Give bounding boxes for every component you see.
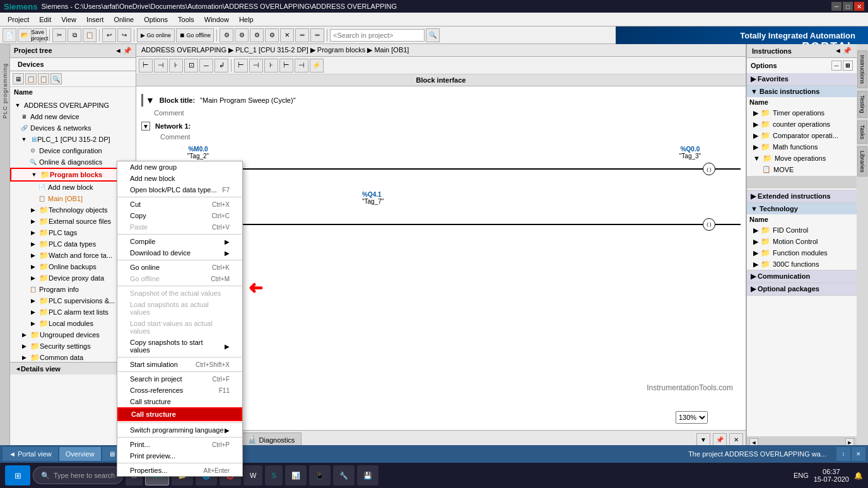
tb-icon6[interactable]: ═ bbox=[295, 28, 309, 42]
tab-instructions[interactable]: Instructions bbox=[857, 50, 867, 88]
overview-btn[interactable]: Overview bbox=[59, 447, 101, 461]
ctx-start-simulation[interactable]: Start simulationCtrl+Shift+X bbox=[117, 359, 242, 370]
editor-tb11[interactable]: ⊣ bbox=[295, 59, 308, 73]
tb-icon2[interactable]: ⚙ bbox=[235, 28, 249, 42]
go-online-button[interactable]: ▶ Go online bbox=[137, 28, 175, 42]
close-button[interactable]: ✕ bbox=[854, 2, 864, 11]
tb-icon3[interactable]: ⚙ bbox=[250, 28, 264, 42]
paste-button[interactable]: 📋 bbox=[83, 28, 97, 42]
editor-tb7[interactable]: ⊢ bbox=[234, 59, 248, 73]
open-button[interactable]: 📂 bbox=[18, 28, 32, 42]
tree-pin-icon[interactable]: 📌 bbox=[123, 47, 132, 55]
tb-icon5[interactable]: ✕ bbox=[280, 28, 294, 42]
inst-extended-header[interactable]: ▶ Extended instructions bbox=[747, 190, 857, 202]
app4-task-btn[interactable]: 💾 bbox=[357, 465, 378, 485]
tree-item-plc1[interactable]: ▼🖥PLC_1 [CPU 315-2 DP] bbox=[10, 134, 136, 145]
menu-window[interactable]: Window bbox=[199, 15, 234, 25]
ctx-download[interactable]: Download to device▶ bbox=[117, 247, 242, 259]
plc-programming-tab[interactable]: PLC programming bbox=[0, 44, 10, 449]
editor-tb3[interactable]: ⊦ bbox=[169, 59, 183, 73]
inst-move-ops[interactable]: ▼📁 Move operations bbox=[747, 153, 857, 164]
tree-collapse-icon[interactable]: ◄ bbox=[115, 47, 122, 55]
ctx-add-group[interactable]: Add new group bbox=[117, 161, 242, 173]
search-button[interactable]: 🔍 bbox=[426, 28, 440, 42]
tree-item-devices-networks[interactable]: 🔗Devices & networks bbox=[10, 122, 136, 134]
tb-icon4[interactable]: ⚙ bbox=[265, 28, 279, 42]
minimize-button[interactable]: ─ bbox=[831, 2, 842, 11]
ctx-compile[interactable]: Compile▶ bbox=[117, 236, 242, 247]
network-collapse-btn[interactable]: ▼ bbox=[141, 122, 150, 131]
editor-tb10[interactable]: ⊢ bbox=[279, 59, 293, 73]
start-button[interactable]: ⊞ bbox=[5, 465, 30, 485]
redo-button[interactable]: ↪ bbox=[117, 28, 131, 42]
siemens2-task-btn[interactable]: S bbox=[265, 465, 282, 485]
editor-tb12[interactable]: ⚡ bbox=[310, 59, 324, 73]
maximize-button[interactable]: □ bbox=[843, 2, 853, 11]
save-button[interactable]: Save project bbox=[33, 28, 47, 42]
menu-tools[interactable]: Tools bbox=[173, 15, 199, 25]
app3-task-btn[interactable]: 🔧 bbox=[333, 465, 355, 485]
inst-pin-icon[interactable]: 📌 bbox=[843, 47, 852, 55]
inst-move-item[interactable]: 📋 MOVE bbox=[747, 164, 857, 175]
undo-button[interactable]: ↩ bbox=[102, 28, 116, 42]
ctx-cross-references[interactable]: Cross-referencesF11 bbox=[117, 385, 242, 396]
app2-task-btn[interactable]: 📱 bbox=[309, 465, 331, 485]
ctx-open-block[interactable]: Open block/PLC data type...F7 bbox=[117, 184, 242, 195]
editor-tb1[interactable]: ⊢ bbox=[139, 59, 153, 73]
app1-task-btn[interactable]: 📊 bbox=[285, 465, 307, 485]
word-task-btn[interactable]: W bbox=[243, 465, 262, 485]
tab-libraries[interactable]: Libraries bbox=[857, 146, 867, 177]
copy-button[interactable]: ⧉ bbox=[67, 28, 81, 42]
ctx-copy-snapshots[interactable]: Copy snapshots to start values▶ bbox=[117, 337, 242, 356]
tree-toolbar-btn2[interactable]: 📋 bbox=[25, 73, 37, 84]
inst-comm-header[interactable]: ▶ Communication bbox=[747, 270, 857, 282]
ctx-print[interactable]: Print...Ctrl+P bbox=[117, 439, 242, 450]
editor-tb4[interactable]: ⊡ bbox=[184, 59, 198, 73]
inst-fid-control[interactable]: ▶📁 FID Control bbox=[747, 224, 857, 236]
inst-collapse-icon[interactable]: ◄ bbox=[835, 47, 842, 55]
menu-edit[interactable]: Edit bbox=[34, 15, 56, 25]
devices-tab[interactable]: Devices bbox=[10, 58, 136, 71]
ctx-switch-lang[interactable]: Switch programming language▶ bbox=[117, 424, 242, 436]
menu-insert[interactable]: Insert bbox=[81, 15, 109, 25]
inst-motion-control[interactable]: ▶📁 Motion Control bbox=[747, 236, 857, 247]
tab-testing[interactable]: Testing bbox=[857, 91, 867, 118]
new-button[interactable]: 📄 bbox=[3, 28, 16, 42]
project-search-input[interactable] bbox=[330, 29, 425, 42]
tree-toolbar-btn4[interactable]: 🔍 bbox=[50, 73, 62, 84]
tb-icon1[interactable]: ⚙ bbox=[220, 28, 233, 42]
inst-comparator-ops[interactable]: ▶📁 Comparator operati... bbox=[747, 130, 857, 141]
inst-counter-ops[interactable]: ▶📁 counter operations bbox=[747, 119, 857, 130]
tree-item-device-config[interactable]: ⚙Device configuration bbox=[10, 145, 136, 156]
tab-tasks[interactable]: Tasks bbox=[857, 120, 867, 144]
ctx-assignment-list[interactable]: Call structure bbox=[117, 407, 242, 421]
editor-tb6[interactable]: ↲ bbox=[214, 59, 228, 73]
portal-view-btn[interactable]: ◄ Portal view bbox=[3, 447, 58, 461]
tb-status2[interactable]: ✕ bbox=[852, 447, 865, 461]
inst-basic-header[interactable]: ▼ Basic instructions bbox=[747, 86, 857, 97]
notification-icon[interactable]: 🔔 bbox=[854, 472, 863, 480]
ctx-call-structure[interactable]: Call structure bbox=[117, 396, 242, 407]
menu-options[interactable]: Options bbox=[139, 15, 173, 25]
ctx-go-online[interactable]: Go onlineCtrl+K bbox=[117, 262, 242, 273]
taskbar-search-box[interactable]: 🔍 Type here to search bbox=[33, 467, 123, 484]
ctx-properties[interactable]: Properties...Alt+Enter bbox=[117, 465, 242, 476]
menu-project[interactable]: Project bbox=[3, 15, 34, 25]
tb-icon7[interactable]: ═ bbox=[310, 28, 324, 42]
tb-status1[interactable]: ↕ bbox=[836, 447, 850, 461]
inst-optional-header[interactable]: ▶ Optional packages bbox=[747, 283, 857, 295]
inst-function-modules[interactable]: ▶📁 Function modules bbox=[747, 247, 857, 259]
go-offline-button[interactable]: ⏹ Go offline bbox=[176, 28, 214, 42]
inst-timer-ops[interactable]: ▶📁 Timer operations bbox=[747, 107, 857, 119]
ctx-copy[interactable]: CopyCtrl+C bbox=[117, 210, 242, 221]
inst-favorites-header[interactable]: ▶ Favorites bbox=[747, 73, 857, 85]
cut-button[interactable]: ✂ bbox=[52, 28, 66, 42]
zoom-select[interactable]: 130% 100% 150% bbox=[676, 411, 708, 424]
ctx-search-project[interactable]: Search in projectCtrl+F bbox=[117, 373, 242, 385]
editor-tb5[interactable]: ─ bbox=[199, 59, 213, 73]
inst-technology-header[interactable]: ▼ Technology bbox=[747, 203, 857, 214]
inst-opt-btn2[interactable]: ⊞ bbox=[843, 61, 853, 71]
tree-toolbar-btn3[interactable]: 📋 bbox=[38, 73, 49, 84]
menu-help[interactable]: Help bbox=[234, 15, 259, 25]
inst-math-funcs[interactable]: ▶📁 Math functions bbox=[747, 141, 857, 153]
